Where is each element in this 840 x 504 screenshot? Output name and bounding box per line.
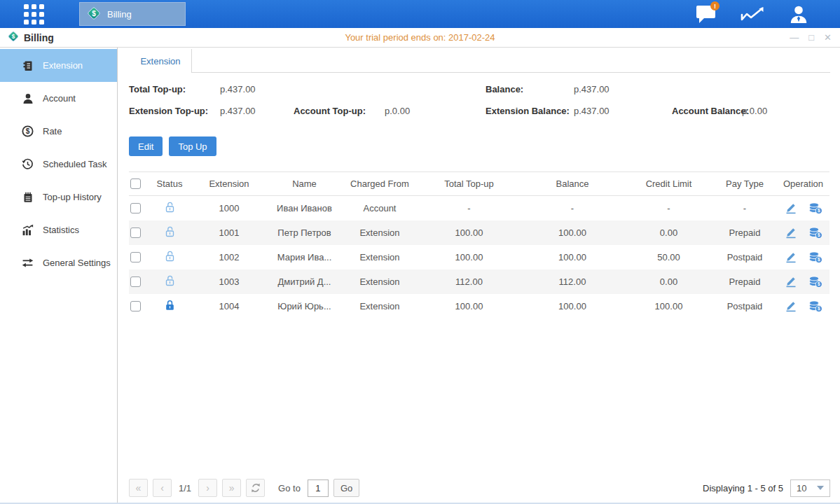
svg-text:$: $ <box>817 257 820 262</box>
unlocked-icon <box>164 274 176 287</box>
svg-text:$: $ <box>26 127 30 135</box>
row-checkbox[interactable] <box>130 276 141 287</box>
notification-badge: ! <box>710 1 719 10</box>
column-header-charged-from: Charged From <box>341 172 418 196</box>
cell-extension: 1000 <box>191 196 268 220</box>
svg-text:$: $ <box>817 232 820 238</box>
column-header-extension: Extension <box>191 172 268 196</box>
extension-balance-label: Extension Balance: <box>486 106 570 116</box>
topup-history-icon <box>22 191 34 203</box>
trial-notice: Your trial period ends on: 2017-02-24 <box>0 32 840 43</box>
locked-icon <box>164 299 176 312</box>
extension-balance-value: p.437.00 <box>574 106 610 116</box>
topup-icon[interactable]: $ <box>808 300 822 312</box>
prev-page-button[interactable]: ‹ <box>153 479 172 497</box>
maximize-button[interactable]: □ <box>808 33 814 42</box>
cell-credit-limit: 0.00 <box>625 220 712 245</box>
sidebar-item-label: Top-up History <box>43 192 102 202</box>
extensions-table: StatusExtensionNameCharged FromTotal Top… <box>129 172 829 318</box>
sidebar-item-statistics[interactable]: Statistics <box>0 214 117 246</box>
apps-grid-icon[interactable] <box>24 4 44 24</box>
edit-button[interactable]: Edit <box>129 136 163 156</box>
account-balance-label: Account Balance: <box>672 106 749 116</box>
cell-credit-limit: 50.00 <box>625 245 712 270</box>
edit-icon[interactable] <box>785 202 797 214</box>
cell-name: Юрий Юрь... <box>268 294 341 318</box>
last-page-button[interactable]: » <box>222 479 241 497</box>
refresh-icon[interactable] <box>246 479 265 497</box>
pagination-bar: « ‹ 1/1 › » Go to Go Displaying 1 - 5 of… <box>129 478 830 498</box>
tab-extension[interactable]: Extension <box>130 49 192 73</box>
table-row: 1004Юрий Юрь...Extension100.00100.00100.… <box>129 294 829 318</box>
cell-balance: 100.00 <box>520 245 625 270</box>
sidebar-item-top-up-history[interactable]: Top-up History <box>0 181 117 214</box>
row-checkbox[interactable] <box>130 227 141 238</box>
cell-name: Петр Петров <box>268 220 341 245</box>
table-header-row: StatusExtensionNameCharged FromTotal Top… <box>129 172 829 196</box>
row-checkbox[interactable] <box>130 301 141 312</box>
cell-balance: - <box>520 196 625 220</box>
edit-icon[interactable] <box>785 226 797 239</box>
sidebar-item-extension[interactable]: Extension <box>0 49 117 82</box>
topup-icon[interactable]: $ <box>808 251 822 263</box>
cell-balance: 100.00 <box>520 220 625 245</box>
topup-icon[interactable]: $ <box>808 202 822 214</box>
unlocked-icon <box>164 201 176 214</box>
select-all-checkbox[interactable] <box>130 178 141 189</box>
unlocked-icon <box>164 225 176 238</box>
top-up-button[interactable]: Top Up <box>169 136 216 156</box>
main-panel: Extension Total Top-up: p.437.00 Balance… <box>118 48 840 503</box>
next-page-button[interactable]: › <box>198 479 217 497</box>
topbar-tab-billing[interactable]: $ Billing <box>79 2 186 26</box>
notifications-icon[interactable]: ! <box>694 4 718 24</box>
extension-icon <box>22 59 34 71</box>
user-icon[interactable] <box>787 4 811 24</box>
cell-extension: 1004 <box>191 294 268 318</box>
minimize-button[interactable]: — <box>790 33 799 42</box>
goto-page-input[interactable] <box>308 479 329 497</box>
cell-charged-from: Extension <box>341 270 418 294</box>
statistics-icon <box>22 224 34 236</box>
row-checkbox[interactable] <box>130 252 141 262</box>
scheduled-task-icon <box>22 158 34 170</box>
tab-bar: Extension <box>130 49 830 73</box>
cell-total-topup: - <box>418 196 520 220</box>
first-page-button[interactable]: « <box>129 479 148 497</box>
sidebar-item-label: Extension <box>43 60 83 71</box>
edit-icon[interactable] <box>785 251 797 263</box>
cell-balance: 100.00 <box>520 294 625 318</box>
svg-text:$: $ <box>92 9 96 17</box>
topup-icon[interactable]: $ <box>808 275 822 288</box>
sidebar-item-account[interactable]: Account <box>0 82 117 115</box>
sidebar-item-label: Rate <box>43 126 62 136</box>
cell-balance: 112.00 <box>520 270 625 294</box>
column-header-total-top-up: Total Top-up <box>418 172 520 196</box>
sidebar-item-general-settings[interactable]: General Settings <box>0 246 117 279</box>
cell-extension: 1001 <box>191 220 268 245</box>
cell-charged-from: Extension <box>341 220 418 245</box>
topup-icon[interactable]: $ <box>808 226 822 239</box>
edit-icon[interactable] <box>785 300 797 312</box>
window-title: Billing <box>24 32 54 43</box>
account-icon <box>22 92 34 104</box>
total-topup-label: Total Top-up: <box>129 84 186 94</box>
row-checkbox[interactable] <box>130 203 141 214</box>
svg-text:$: $ <box>817 306 820 312</box>
close-button[interactable]: ✕ <box>824 33 832 42</box>
sidebar-item-scheduled-task[interactable]: Scheduled Task <box>0 148 117 181</box>
extension-topup-label: Extension Top-up: <box>129 106 208 116</box>
chart-icon[interactable] <box>741 4 764 24</box>
sidebar-item-rate[interactable]: $Rate <box>0 115 117 148</box>
edit-icon[interactable] <box>785 275 797 288</box>
extension-topup-value: p.437.00 <box>220 106 256 116</box>
cell-name: Мария Ива... <box>268 245 341 270</box>
cell-pay-type: - <box>712 196 777 220</box>
column-header-status: Status <box>149 172 191 196</box>
sidebar-item-label: Account <box>43 93 76 104</box>
cell-charged-from: Account <box>341 196 418 220</box>
table-row: 1002Мария Ива...Extension100.00100.0050.… <box>129 245 829 270</box>
column-header-pay-type: Pay Type <box>712 172 777 196</box>
go-button[interactable]: Go <box>333 479 359 497</box>
cell-name: Иван Иванов <box>268 196 341 220</box>
page-size-select[interactable]: 10 <box>790 479 830 497</box>
